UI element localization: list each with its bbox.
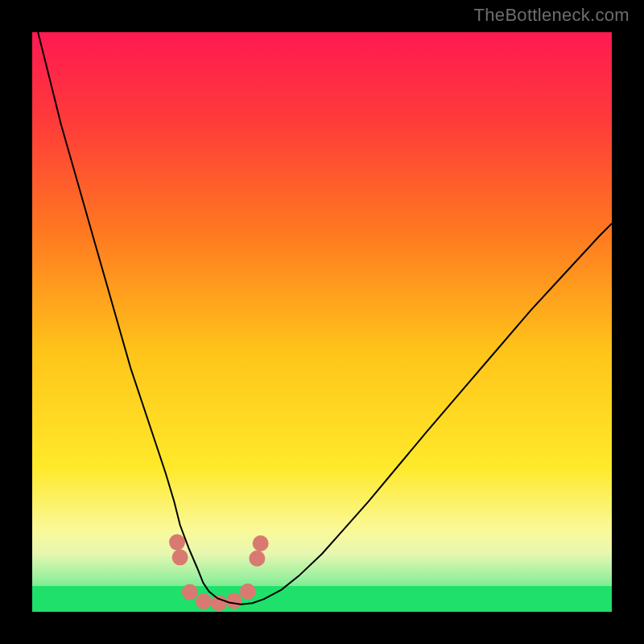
plot-area	[32, 32, 612, 612]
chart-frame: TheBottleneck.com	[0, 0, 644, 644]
watermark-text: TheBottleneck.com	[474, 5, 630, 26]
curve-layer	[32, 32, 612, 612]
bottleneck-curve	[38, 32, 612, 605]
